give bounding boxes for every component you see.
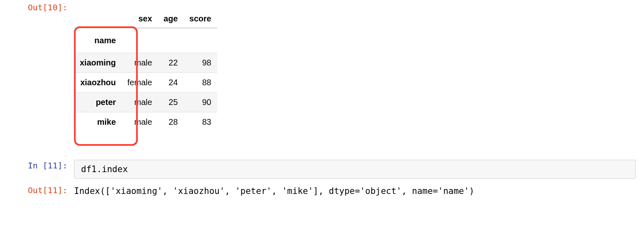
code-output-text: Index(['xiaoming', 'xiaozhou', 'peter', …: [74, 184, 644, 198]
dataframe-table: sex age score name xiaoming male: [74, 10, 217, 132]
input-cell-11: In [11]: df1.index: [0, 158, 644, 179]
row-index: peter: [74, 93, 122, 112]
dataframe-column-header: score: [183, 10, 217, 28]
table-cell: 98: [183, 53, 217, 73]
output-content-10: sex age score name xiaoming male: [74, 0, 644, 133]
row-index: xiaoming: [74, 53, 122, 73]
table-row: peter male 25 90: [74, 93, 217, 112]
dataframe-header-row: sex age score: [74, 10, 217, 28]
input-content-11: df1.index: [74, 158, 644, 179]
table-cell: 22: [158, 53, 183, 73]
table-cell: 88: [183, 73, 217, 93]
table-cell: 83: [183, 112, 217, 132]
table-cell: 90: [183, 93, 217, 112]
row-index: xiaozhou: [74, 73, 122, 93]
row-index: mike: [74, 112, 122, 132]
dataframe-index-name: name: [74, 28, 122, 53]
table-row: xiaoming male 22 98: [74, 53, 217, 73]
dataframe-index-name-row: name: [74, 28, 217, 53]
dataframe-header-blank: [74, 10, 122, 28]
input-prompt-11: In [11]:: [0, 158, 74, 170]
table-cell: 25: [158, 93, 183, 112]
table-cell: 24: [158, 73, 183, 93]
table-cell: male: [122, 112, 158, 132]
table-cell: male: [122, 53, 158, 73]
table-cell: female: [122, 73, 158, 93]
output-prompt-11: Out[11]:: [0, 183, 74, 195]
output-prompt-10: Out[10]:: [0, 0, 74, 12]
table-cell: 28: [158, 112, 183, 132]
table-row: mike male 28 83: [74, 112, 217, 132]
dataframe-column-header: sex: [122, 10, 158, 28]
table-cell: male: [122, 93, 158, 112]
code-input[interactable]: df1.index: [74, 160, 636, 179]
output-cell-10: Out[10]: sex age score name: [0, 0, 644, 133]
dataframe-column-header: age: [158, 10, 183, 28]
output-cell-11: Out[11]: Index(['xiaoming', 'xiaozhou', …: [0, 183, 644, 198]
output-content-11: Index(['xiaoming', 'xiaozhou', 'peter', …: [74, 183, 644, 198]
table-row: xiaozhou female 24 88: [74, 73, 217, 93]
dataframe-wrapper: sex age score name xiaoming male: [74, 2, 217, 132]
